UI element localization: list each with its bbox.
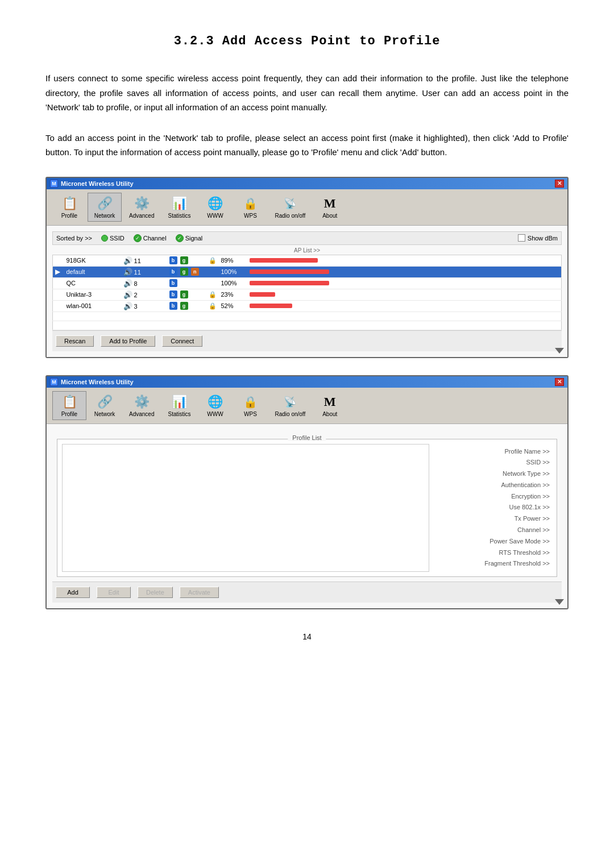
channel-indicator: ✓ (134, 234, 142, 242)
window1-close-button[interactable]: ✕ (555, 180, 564, 188)
lock-cell (206, 277, 219, 289)
about2-icon: M (321, 394, 339, 410)
table-row[interactable]: 918GK 🔊 11 b g 🔒 89% (53, 255, 562, 266)
mode-cell: b g (167, 300, 206, 312)
statistics-icon: 📊 (170, 196, 188, 211)
toolbar-advanced-label: Advanced (129, 213, 154, 219)
window1-toolbar: 📋 Profile 🔗 Network ⚙️ Advanced 📊 Statis… (47, 189, 567, 226)
scroll-indicator (555, 348, 564, 354)
toolbar-about[interactable]: M About (313, 193, 347, 222)
window-1: M Micronet Wireless Utility ✕ 📋 Profile … (45, 177, 569, 358)
profile-list-area[interactable] (62, 444, 429, 572)
toolbar-statistics[interactable]: 📊 Statistics (161, 193, 197, 222)
ssid-label: SSID (110, 235, 125, 242)
wps2-icon: 🔒 (242, 394, 260, 410)
window2-title: Micronet Wireless Utility (61, 379, 134, 385)
signal-bar-cell (247, 266, 562, 277)
toolbar-radio-label: Radio on/off (275, 213, 306, 219)
toolbar2-wps[interactable]: 🔒 WPS (234, 391, 268, 420)
show-dbm-label: Show dBm (528, 235, 558, 242)
toolbar-www-label: WWW (207, 213, 223, 219)
channel-label: Channel (143, 235, 167, 242)
ap-table: 918GK 🔊 11 b g 🔒 89% (52, 255, 562, 330)
page-title: 3.2.3 Add Access Point to Profile (45, 34, 569, 48)
window2-icon: M (50, 378, 58, 386)
toolbar-network[interactable]: 🔗 Network (88, 193, 122, 222)
toolbar2-radio[interactable]: 📡 Radio on/off (269, 391, 312, 420)
toolbar2-about[interactable]: M About (313, 391, 347, 420)
add-to-profile-button[interactable]: Add to Profile (101, 335, 155, 347)
toolbar-network-label: Network (94, 213, 115, 219)
toolbar2-profile[interactable]: 📋 Profile (52, 391, 86, 420)
paragraph-2: To add an access point in the 'Network' … (45, 131, 569, 160)
signal-indicator: ✓ (176, 234, 184, 242)
advanced-icon: ⚙️ (132, 196, 151, 211)
ssid-cell: QC (64, 277, 121, 289)
signal-filter[interactable]: ✓ Signal (176, 234, 203, 242)
toolbar-advanced[interactable]: ⚙️ Advanced (123, 193, 160, 222)
activate-button[interactable]: Activate (180, 587, 219, 598)
signal-pct-cell: 23% (219, 289, 247, 300)
ssid-indicator (101, 235, 108, 242)
toolbar2-profile-label: Profile (61, 411, 77, 417)
page-number: 14 (45, 632, 569, 641)
window2-button-bar: Add Edit Delete Activate (52, 582, 562, 603)
delete-button[interactable]: Delete (138, 587, 173, 598)
table-row[interactable]: wlan-001 🔊 3 b g 🔒 52% (53, 300, 562, 312)
window2-close-button[interactable]: ✕ (555, 378, 564, 386)
toolbar-www[interactable]: 🌐 WWW (198, 193, 233, 222)
network-icon: 🔗 (96, 196, 114, 211)
window-2: M Micronet Wireless Utility ✕ 📋 Profile … (45, 375, 569, 610)
table-row[interactable]: Uniktar-3 🔊 2 b g 🔒 23% (53, 289, 562, 300)
add-button[interactable]: Add (56, 587, 90, 598)
toolbar2-network-label: Network (94, 411, 115, 417)
lock-cell (206, 266, 219, 277)
toolbar-radio[interactable]: 📡 Radio on/off (269, 193, 312, 222)
show-dbm-area[interactable]: Show dBm (518, 234, 558, 242)
profile-icon: 📋 (60, 196, 78, 211)
rescan-button[interactable]: Rescan (56, 335, 94, 347)
ssid-filter[interactable]: SSID (101, 235, 125, 242)
ap-list-header: AP List >> (52, 247, 562, 254)
window1-titlebar: M Micronet Wireless Utility ✕ (47, 178, 567, 189)
signal-bar-cell (247, 300, 562, 312)
toolbar-wps[interactable]: 🔒 WPS (234, 193, 268, 222)
window2-content: Profile List Profile Name >> SSID >> Net… (47, 424, 567, 609)
show-dbm-checkbox[interactable] (518, 234, 525, 242)
toolbar2-statistics-label: Statistics (168, 411, 190, 417)
channel-filter[interactable]: ✓ Channel (134, 234, 167, 242)
profile2-icon: 📋 (60, 394, 78, 410)
encryption-row: Encryption >> (441, 491, 550, 502)
toolbar-profile[interactable]: 📋 Profile (52, 193, 86, 222)
toolbar2-statistics[interactable]: 📊 Statistics (161, 391, 197, 420)
mode-cell: b g n (167, 266, 206, 277)
window1-button-bar: Rescan Add to Profile Connect (52, 330, 562, 351)
www-icon: 🌐 (206, 196, 225, 211)
table-row[interactable]: ▶ default 🔊 11 b g n 100% (53, 266, 562, 277)
mode-cell: b g (167, 255, 206, 266)
toolbar2-advanced-label: Advanced (129, 411, 154, 417)
txpower-row: Tx Power >> (441, 513, 550, 525)
toolbar2-www-label: WWW (207, 411, 223, 417)
channel-cell: 🔊 3 (121, 300, 167, 312)
signal-bar-cell (247, 255, 562, 266)
toolbar2-advanced[interactable]: ⚙️ Advanced (123, 391, 160, 420)
connect-button[interactable]: Connect (162, 335, 202, 347)
about-icon: M (321, 196, 339, 211)
toolbar2-wps-label: WPS (244, 411, 257, 417)
lock-cell: 🔒 (206, 300, 219, 312)
profile-list-title: Profile List (288, 434, 326, 441)
toolbar2-network[interactable]: 🔗 Network (88, 391, 122, 420)
channel-cell: 🔊 8 (121, 277, 167, 289)
radio-icon: 📡 (281, 196, 299, 211)
ssid-cell: wlan-001 (64, 300, 121, 312)
toolbar2-www[interactable]: 🌐 WWW (198, 391, 233, 420)
toolbar-statistics-label: Statistics (168, 213, 190, 219)
wps-icon: 🔒 (242, 196, 260, 211)
ssid-cell: 918GK (64, 255, 121, 266)
auth-row: Authentication >> (441, 480, 550, 491)
table-row[interactable]: QC 🔊 8 b 100% (53, 277, 562, 289)
window1-title: Micronet Wireless Utility (61, 180, 134, 187)
edit-button[interactable]: Edit (97, 587, 131, 598)
toolbar2-radio-label: Radio on/off (275, 411, 306, 417)
